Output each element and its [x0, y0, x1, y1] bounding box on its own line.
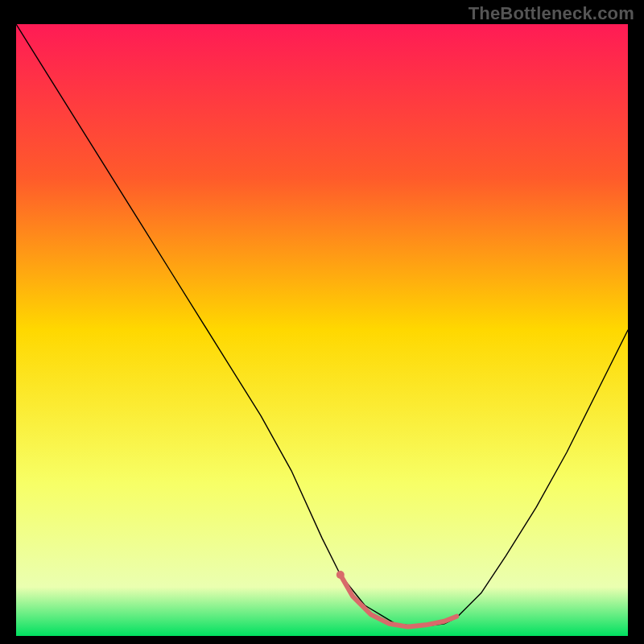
chart-svg: [16, 24, 628, 636]
chart-frame: TheBottleneck.com: [0, 0, 644, 644]
optimal-start-dot: [336, 571, 345, 579]
watermark-text: TheBottleneck.com: [469, 3, 634, 24]
chart-background: [16, 24, 628, 636]
chart-plot-area: [16, 24, 628, 636]
